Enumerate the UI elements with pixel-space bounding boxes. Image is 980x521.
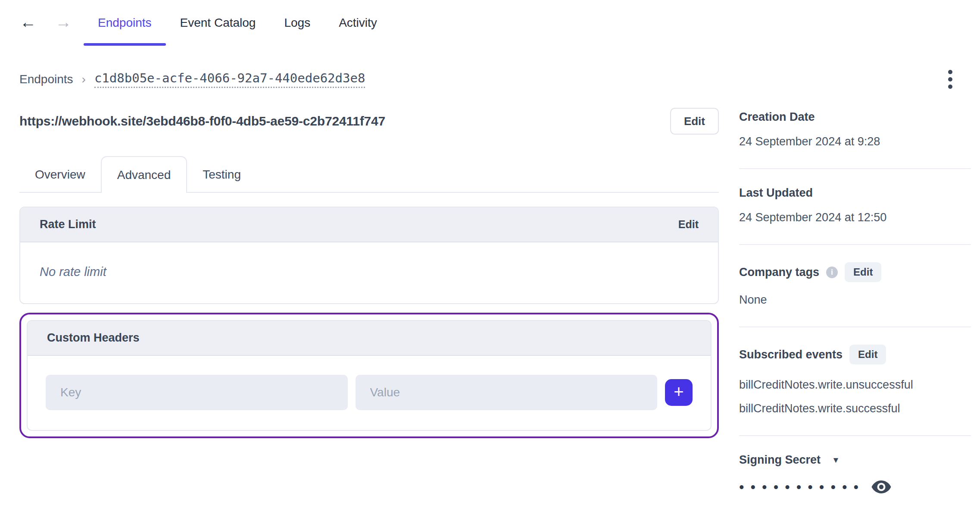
- breadcrumb: Endpoints › c1d8b05e-acfe-4066-92a7-440e…: [19, 71, 365, 88]
- last-updated-label: Last Updated: [739, 186, 971, 200]
- detail-tabs: Overview Advanced Testing: [19, 156, 719, 193]
- custom-headers-highlight: Custom Headers +: [19, 313, 719, 438]
- caret-down-icon[interactable]: ▼: [832, 455, 840, 465]
- chevron-right-icon: ›: [82, 72, 86, 86]
- rate-limit-edit-button[interactable]: Edit: [678, 218, 699, 231]
- breadcrumb-row: Endpoints › c1d8b05e-acfe-4066-92a7-440e…: [0, 70, 980, 89]
- eye-icon[interactable]: [871, 480, 892, 494]
- add-header-button[interactable]: +: [665, 379, 693, 406]
- signing-secret-label: Signing Secret: [739, 453, 821, 467]
- back-arrow-icon[interactable]: ←: [20, 14, 36, 30]
- company-tags-section: Company tags i Edit None: [739, 245, 971, 327]
- subscribed-events-label: Subscribed events: [739, 348, 843, 361]
- rate-limit-title: Rate Limit: [40, 218, 96, 231]
- nav-tab-endpoints[interactable]: Endpoints: [84, 0, 166, 46]
- creation-date-value: 24 September 2024 at 9:28: [739, 135, 971, 148]
- forward-arrow-icon[interactable]: →: [55, 14, 72, 30]
- main-panel: https://webhook.site/3ebd46b8-f0f0-4db5-…: [19, 108, 719, 438]
- header-value-input[interactable]: [356, 375, 658, 410]
- subscribed-events-section: Subscribed events Edit billCreditNotes.w…: [739, 327, 971, 436]
- breadcrumb-endpoint-id[interactable]: c1d8b05e-acfe-4066-92a7-440ede62d3e8: [94, 71, 365, 88]
- nav-tab-logs[interactable]: Logs: [270, 0, 325, 46]
- plus-icon: +: [674, 383, 684, 400]
- creation-date-section: Creation Date 24 September 2024 at 9:28: [739, 108, 971, 169]
- subscribed-event-item: billCreditNotes.write.successful: [739, 402, 971, 415]
- signing-secret-section: Signing Secret ▼ •••••••••••: [739, 436, 971, 514]
- subscribed-events-edit-button[interactable]: Edit: [849, 345, 886, 364]
- tab-overview[interactable]: Overview: [19, 156, 101, 193]
- edit-url-button[interactable]: Edit: [670, 108, 719, 135]
- endpoint-url-title: https://webhook.site/3ebd46b8-f0f0-4db5-…: [19, 114, 385, 129]
- creation-date-label: Creation Date: [739, 110, 971, 124]
- info-icon[interactable]: i: [826, 267, 838, 278]
- last-updated-value: 24 September 2024 at 12:50: [739, 211, 971, 224]
- tab-advanced[interactable]: Advanced: [101, 156, 187, 193]
- details-sidebar: Creation Date 24 September 2024 at 9:28 …: [739, 108, 971, 514]
- company-tags-label: Company tags: [739, 266, 819, 279]
- header-key-input[interactable]: [46, 375, 348, 410]
- tab-testing[interactable]: Testing: [187, 156, 256, 193]
- company-tags-edit-button[interactable]: Edit: [845, 262, 881, 282]
- nav-tab-activity[interactable]: Activity: [325, 0, 391, 46]
- nav-tabs: Endpoints Event Catalog Logs Activity: [84, 0, 391, 46]
- custom-headers-card: Custom Headers +: [27, 320, 712, 431]
- custom-headers-title: Custom Headers: [47, 331, 140, 345]
- no-rate-limit-text: No rate limit: [40, 265, 106, 279]
- subscribed-event-item: billCreditNotes.write.unsuccessful: [739, 378, 971, 392]
- breadcrumb-endpoints-link[interactable]: Endpoints: [19, 72, 73, 86]
- company-tags-value: None: [739, 293, 971, 307]
- top-navigation: ← → Endpoints Event Catalog Logs Activit…: [0, 0, 980, 46]
- signing-secret-masked-value: •••••••••••: [739, 480, 865, 494]
- nav-tab-event-catalog[interactable]: Event Catalog: [166, 0, 270, 46]
- last-updated-section: Last Updated 24 September 2024 at 12:50: [739, 169, 971, 245]
- rate-limit-card: Rate Limit Edit No rate limit: [19, 207, 719, 304]
- kebab-menu-icon[interactable]: [945, 67, 956, 91]
